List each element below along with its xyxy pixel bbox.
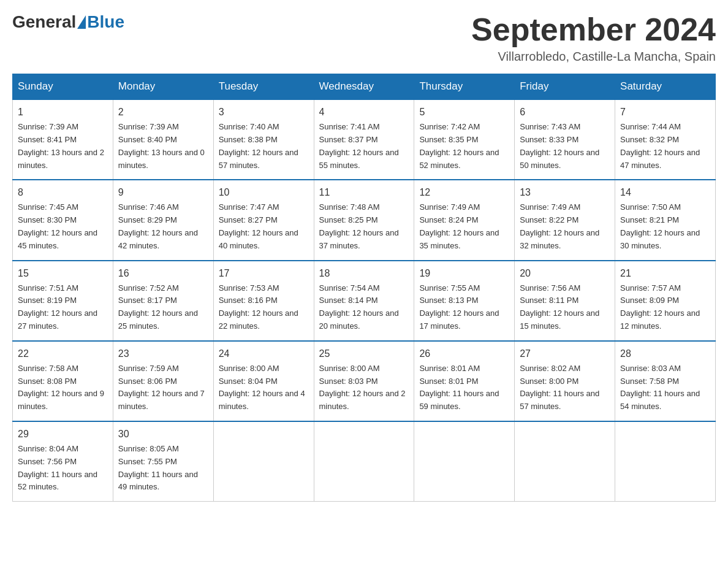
day-number: 26 <box>419 347 509 361</box>
day-info: Sunrise: 7:53 AMSunset: 8:16 PMDaylight:… <box>219 283 298 331</box>
week-row-2: 8 Sunrise: 7:45 AMSunset: 8:30 PMDayligh… <box>13 180 716 260</box>
day-info: Sunrise: 7:59 AMSunset: 8:06 PMDaylight:… <box>118 364 205 411</box>
header-tuesday: Tuesday <box>213 74 314 100</box>
day-number: 5 <box>419 105 509 120</box>
calendar-cell: 20 Sunrise: 7:56 AMSunset: 8:11 PMDaylig… <box>515 261 615 341</box>
day-number: 21 <box>620 266 710 281</box>
day-number: 15 <box>18 266 108 281</box>
day-info: Sunrise: 7:50 AMSunset: 8:21 PMDaylight:… <box>620 202 700 250</box>
day-info: Sunrise: 7:39 AMSunset: 8:40 PMDaylight:… <box>118 122 205 169</box>
day-number: 11 <box>319 185 409 200</box>
calendar-cell <box>414 421 515 502</box>
header-saturday: Saturday <box>615 74 716 100</box>
calendar-cell: 7 Sunrise: 7:44 AMSunset: 8:32 PMDayligh… <box>615 99 716 180</box>
day-info: Sunrise: 7:49 AMSunset: 8:22 PMDaylight:… <box>520 202 599 250</box>
calendar-cell: 27 Sunrise: 8:02 AMSunset: 8:00 PMDaylig… <box>515 341 615 421</box>
day-info: Sunrise: 7:52 AMSunset: 8:17 PMDaylight:… <box>118 283 198 331</box>
calendar-cell: 24 Sunrise: 8:00 AMSunset: 8:04 PMDaylig… <box>213 341 314 421</box>
day-info: Sunrise: 7:39 AMSunset: 8:41 PMDaylight:… <box>18 122 104 169</box>
day-number: 20 <box>520 266 610 281</box>
day-info: Sunrise: 7:51 AMSunset: 8:19 PMDaylight:… <box>18 283 97 331</box>
day-number: 10 <box>219 185 309 200</box>
location-title: Villarrobledo, Castille-La Mancha, Spain <box>471 50 716 64</box>
calendar-cell: 26 Sunrise: 8:01 AMSunset: 8:01 PMDaylig… <box>414 341 515 421</box>
week-row-4: 22 Sunrise: 7:58 AMSunset: 8:08 PMDaylig… <box>13 341 716 421</box>
calendar-cell: 13 Sunrise: 7:49 AMSunset: 8:22 PMDaylig… <box>515 180 615 260</box>
calendar-cell: 23 Sunrise: 7:59 AMSunset: 8:06 PMDaylig… <box>113 341 213 421</box>
calendar-cell: 3 Sunrise: 7:40 AMSunset: 8:38 PMDayligh… <box>213 99 314 180</box>
day-info: Sunrise: 7:40 AMSunset: 8:38 PMDaylight:… <box>219 122 298 169</box>
calendar-cell: 11 Sunrise: 7:48 AMSunset: 8:25 PMDaylig… <box>314 180 414 260</box>
day-info: Sunrise: 7:48 AMSunset: 8:25 PMDaylight:… <box>319 202 399 250</box>
calendar-cell: 18 Sunrise: 7:54 AMSunset: 8:14 PMDaylig… <box>314 261 414 341</box>
calendar-cell: 6 Sunrise: 7:43 AMSunset: 8:33 PMDayligh… <box>515 99 615 180</box>
week-row-3: 15 Sunrise: 7:51 AMSunset: 8:19 PMDaylig… <box>13 261 716 341</box>
header-wednesday: Wednesday <box>314 74 414 100</box>
calendar-cell: 4 Sunrise: 7:41 AMSunset: 8:37 PMDayligh… <box>314 99 414 180</box>
calendar-cell: 2 Sunrise: 7:39 AMSunset: 8:40 PMDayligh… <box>113 99 213 180</box>
day-info: Sunrise: 7:55 AMSunset: 8:13 PMDaylight:… <box>419 283 499 331</box>
calendar-cell: 16 Sunrise: 7:52 AMSunset: 8:17 PMDaylig… <box>113 261 213 341</box>
day-info: Sunrise: 7:44 AMSunset: 8:32 PMDaylight:… <box>620 122 700 169</box>
calendar-cell <box>213 421 314 502</box>
calendar-cell: 29 Sunrise: 8:04 AMSunset: 7:56 PMDaylig… <box>13 421 113 502</box>
calendar-cell: 21 Sunrise: 7:57 AMSunset: 8:09 PMDaylig… <box>615 261 716 341</box>
calendar-cell: 8 Sunrise: 7:45 AMSunset: 8:30 PMDayligh… <box>13 180 113 260</box>
day-info: Sunrise: 8:00 AMSunset: 8:03 PMDaylight:… <box>319 364 406 411</box>
day-number: 7 <box>620 105 710 120</box>
calendar-cell: 5 Sunrise: 7:42 AMSunset: 8:35 PMDayligh… <box>414 99 515 180</box>
day-info: Sunrise: 7:57 AMSunset: 8:09 PMDaylight:… <box>620 283 700 331</box>
calendar-table: SundayMondayTuesdayWednesdayThursdayFrid… <box>12 74 716 502</box>
header-thursday: Thursday <box>414 74 515 100</box>
logo-general-text: General <box>12 12 76 32</box>
day-number: 24 <box>219 347 309 361</box>
calendar-cell <box>615 421 716 502</box>
page-header: General Blue September 2024 Villarrobled… <box>12 12 716 64</box>
calendar-cell: 12 Sunrise: 7:49 AMSunset: 8:24 PMDaylig… <box>414 180 515 260</box>
calendar-cell: 1 Sunrise: 7:39 AMSunset: 8:41 PMDayligh… <box>13 99 113 180</box>
calendar-cell: 28 Sunrise: 8:03 AMSunset: 7:58 PMDaylig… <box>615 341 716 421</box>
day-info: Sunrise: 8:02 AMSunset: 8:00 PMDaylight:… <box>520 364 599 411</box>
calendar-cell: 25 Sunrise: 8:00 AMSunset: 8:03 PMDaylig… <box>314 341 414 421</box>
day-number: 18 <box>319 266 409 281</box>
calendar-cell: 9 Sunrise: 7:46 AMSunset: 8:29 PMDayligh… <box>113 180 213 260</box>
day-number: 13 <box>520 185 610 200</box>
day-number: 2 <box>118 105 208 120</box>
logo-triangle-icon <box>77 15 86 29</box>
day-number: 14 <box>620 185 710 200</box>
day-info: Sunrise: 7:42 AMSunset: 8:35 PMDaylight:… <box>419 122 499 169</box>
day-info: Sunrise: 7:56 AMSunset: 8:11 PMDaylight:… <box>520 283 599 331</box>
day-number: 19 <box>419 266 509 281</box>
day-number: 27 <box>520 347 610 361</box>
day-number: 16 <box>118 266 208 281</box>
day-number: 6 <box>520 105 610 120</box>
day-info: Sunrise: 7:49 AMSunset: 8:24 PMDaylight:… <box>419 202 499 250</box>
calendar-cell: 17 Sunrise: 7:53 AMSunset: 8:16 PMDaylig… <box>213 261 314 341</box>
calendar-cell <box>515 421 615 502</box>
logo-blue-text: Blue <box>87 12 124 32</box>
calendar-cell: 30 Sunrise: 8:05 AMSunset: 7:55 PMDaylig… <box>113 421 213 502</box>
week-row-1: 1 Sunrise: 7:39 AMSunset: 8:41 PMDayligh… <box>13 99 716 180</box>
header-sunday: Sunday <box>13 74 113 100</box>
day-number: 30 <box>118 427 208 442</box>
day-number: 3 <box>219 105 309 120</box>
day-number: 22 <box>18 347 108 361</box>
day-number: 12 <box>419 185 509 200</box>
day-info: Sunrise: 7:45 AMSunset: 8:30 PMDaylight:… <box>18 202 97 250</box>
day-number: 8 <box>18 185 108 200</box>
calendar-cell: 14 Sunrise: 7:50 AMSunset: 8:21 PMDaylig… <box>615 180 716 260</box>
day-number: 29 <box>18 427 108 442</box>
day-number: 9 <box>118 185 208 200</box>
title-block: September 2024 Villarrobledo, Castille-L… <box>471 12 716 64</box>
day-number: 4 <box>319 105 409 120</box>
day-info: Sunrise: 7:47 AMSunset: 8:27 PMDaylight:… <box>219 202 298 250</box>
calendar-cell: 15 Sunrise: 7:51 AMSunset: 8:19 PMDaylig… <box>13 261 113 341</box>
day-number: 23 <box>118 347 208 361</box>
day-info: Sunrise: 8:04 AMSunset: 7:56 PMDaylight:… <box>18 444 97 491</box>
day-info: Sunrise: 8:01 AMSunset: 8:01 PMDaylight:… <box>419 364 499 411</box>
header-monday: Monday <box>113 74 213 100</box>
day-info: Sunrise: 8:03 AMSunset: 7:58 PMDaylight:… <box>620 364 700 411</box>
calendar-cell <box>314 421 414 502</box>
day-info: Sunrise: 7:58 AMSunset: 8:08 PMDaylight:… <box>18 364 104 411</box>
day-info: Sunrise: 7:41 AMSunset: 8:37 PMDaylight:… <box>319 122 399 169</box>
